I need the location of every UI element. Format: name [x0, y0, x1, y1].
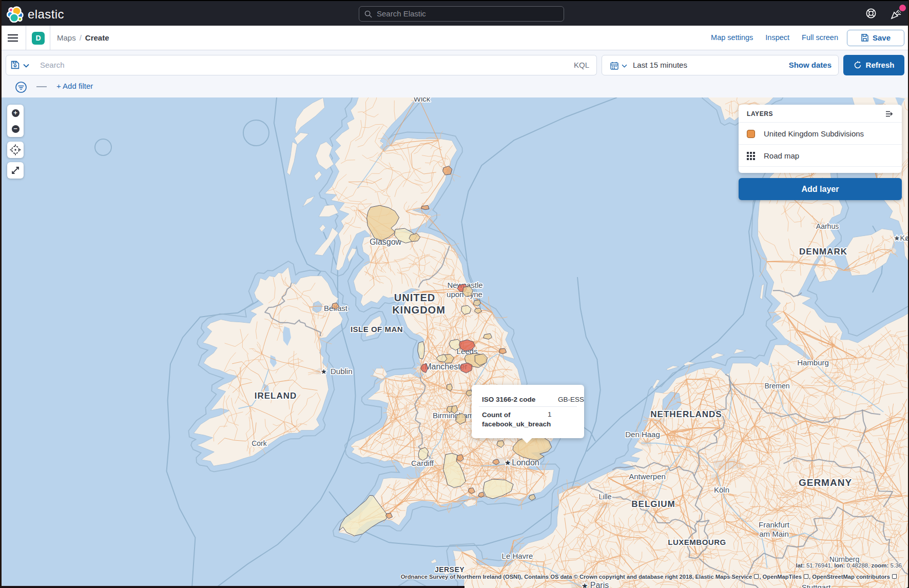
svg-text:Frankfurt: Frankfurt: [759, 520, 790, 529]
svg-text:DENMARK: DENMARK: [799, 247, 847, 257]
svg-text:am Main: am Main: [759, 530, 789, 538]
svg-text:Lille: Lille: [599, 493, 612, 501]
svg-text:Hamburg: Hamburg: [797, 358, 829, 367]
svg-text:★: ★: [582, 581, 588, 588]
svg-text:Cork: Cork: [252, 439, 267, 447]
svg-text:Aarhus: Aarhus: [816, 222, 839, 230]
svg-text:ISLE OF MAN: ISLE OF MAN: [351, 325, 403, 334]
svg-text:★: ★: [320, 367, 327, 376]
svg-text:★: ★: [505, 458, 511, 467]
svg-text:LUXEMBOURG: LUXEMBOURG: [668, 538, 726, 546]
svg-text:NETHERLANDS: NETHERLANDS: [650, 409, 722, 419]
svg-text:Dublin: Dublin: [331, 367, 353, 376]
svg-text:BELGIUM: BELGIUM: [631, 499, 675, 509]
svg-text:Wick: Wick: [414, 97, 431, 103]
svg-text:IRELAND: IRELAND: [255, 391, 297, 401]
svg-text:JERSEY: JERSEY: [435, 565, 465, 574]
svg-text:Bremen: Bremen: [764, 382, 789, 390]
svg-text:KINGDOM: KINGDOM: [392, 304, 446, 316]
svg-text:UNITED: UNITED: [394, 292, 435, 303]
svg-text:★Købe: ★Købe: [894, 234, 909, 242]
svg-text:GERMANY: GERMANY: [799, 477, 852, 488]
svg-text:Le Havre: Le Havre: [502, 552, 533, 560]
svg-text:Antwerpen: Antwerpen: [629, 472, 666, 481]
svg-text:Paris: Paris: [590, 581, 609, 588]
svg-text:Köln: Köln: [714, 485, 729, 494]
svg-text:Stuttgart: Stuttgart: [802, 583, 831, 588]
svg-text:Den Haag: Den Haag: [625, 430, 660, 439]
